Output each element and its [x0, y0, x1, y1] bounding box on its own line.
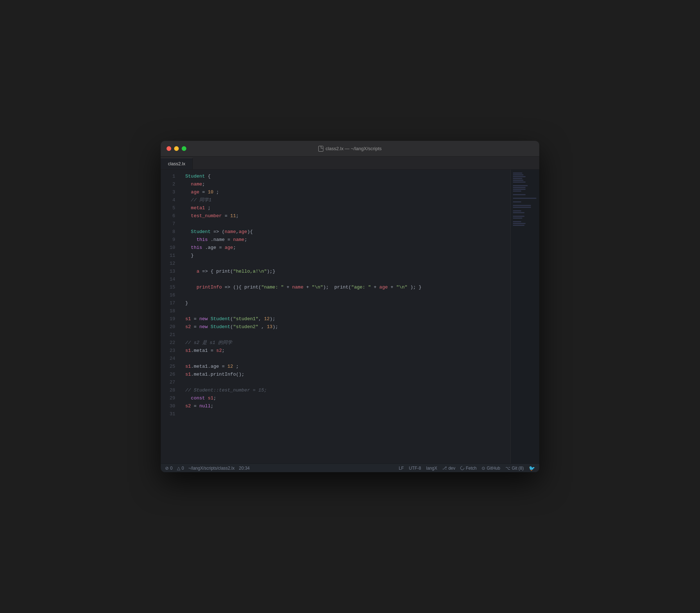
token: .meta1.age =	[191, 364, 227, 369]
line-number: 24	[161, 355, 180, 363]
minimap-line	[513, 187, 526, 188]
minimap-line	[513, 174, 523, 175]
line-ending-text: LF	[399, 466, 404, 471]
line-number: 17	[161, 299, 180, 307]
token: Student	[185, 174, 205, 179]
token	[185, 182, 191, 187]
code-area[interactable]: Student { name; age = 10 ; // 同学1 meta1 …	[180, 170, 510, 464]
minimap-line	[513, 182, 526, 183]
token	[185, 229, 191, 234]
minimap-line	[513, 173, 522, 174]
tab-class2[interactable]: class2.lx	[161, 158, 193, 169]
minimap-line	[513, 212, 524, 213]
close-button[interactable]	[167, 146, 171, 151]
timestamp: 20:34	[239, 466, 250, 471]
token	[185, 285, 196, 290]
token: name	[191, 182, 202, 187]
minimap-line	[513, 218, 522, 219]
line-number: 27	[161, 379, 180, 386]
token: ;	[222, 348, 225, 353]
code-line: s1.meta1.printInfo();	[180, 371, 510, 379]
line-number: 8	[161, 228, 180, 236]
token: a	[196, 269, 199, 274]
minimize-button[interactable]	[174, 146, 179, 151]
editor-container: 1234567891011121314151617181920212223242…	[161, 170, 539, 464]
minimap-line	[513, 216, 524, 217]
github-icon: ⊙	[482, 466, 485, 471]
bird-icon-button[interactable]: 🐦	[529, 465, 535, 471]
token	[185, 395, 191, 401]
token: 13	[267, 324, 273, 330]
line-number: 23	[161, 347, 180, 355]
token: "\n"	[312, 285, 323, 290]
code-line: this .name = name;	[180, 236, 510, 244]
token: {	[205, 174, 211, 179]
token: Student	[191, 229, 211, 234]
line-number: 31	[161, 410, 180, 418]
line-number: 7	[161, 220, 180, 228]
language-mode[interactable]: langX	[426, 466, 437, 471]
line-number: 2	[161, 180, 180, 188]
token: ); }	[407, 285, 421, 290]
line-number: 18	[161, 307, 180, 315]
token: new	[199, 324, 208, 330]
code-line	[180, 276, 510, 283]
minimap-line	[513, 176, 526, 177]
code-line	[180, 220, 510, 228]
token: 10	[208, 189, 213, 195]
line-number: 9	[161, 236, 180, 244]
token: s2	[216, 348, 222, 353]
warning-count[interactable]: △ 0	[177, 466, 184, 471]
minimap-line	[513, 180, 523, 181]
titlebar-title: class2.lx — ~/langX/scripts	[318, 146, 382, 152]
token: ;	[213, 395, 216, 401]
token: s1	[208, 395, 213, 401]
line-number: 16	[161, 291, 180, 299]
line-number: 3	[161, 188, 180, 196]
github-button[interactable]: ⊙ GitHub	[482, 466, 500, 471]
error-count[interactable]: ⊘ 0	[165, 466, 173, 471]
code-line: const s1;	[180, 394, 510, 402]
line-number: 1	[161, 173, 180, 180]
line-ending[interactable]: LF	[399, 466, 404, 471]
token: =	[199, 189, 208, 195]
code-line: }	[180, 252, 510, 260]
token: age	[191, 189, 199, 195]
token: .name =	[208, 237, 233, 242]
maximize-button[interactable]	[182, 146, 186, 151]
path-text: ~/langX/scripts/class2.lx	[188, 466, 234, 471]
fetch-label: Fetch	[466, 466, 477, 471]
warning-number: 0	[182, 466, 184, 471]
token: s2	[185, 324, 191, 330]
token: s1	[185, 348, 191, 353]
line-number: 20	[161, 323, 180, 331]
git-icon: ⌥	[505, 466, 510, 471]
line-number: 13	[161, 268, 180, 276]
token	[185, 213, 191, 219]
git-status[interactable]: ⌥ Git (8)	[505, 466, 524, 471]
minimap-line	[513, 207, 531, 208]
line-number: 22	[161, 339, 180, 347]
minimap	[510, 170, 539, 464]
minimap-line	[513, 189, 526, 190]
token	[185, 205, 191, 211]
code-line: age = 10 ;	[180, 188, 510, 196]
minimap-line	[513, 225, 524, 226]
tab-label: class2.lx	[168, 161, 185, 166]
token: s1	[185, 372, 191, 377]
code-line: s1 = new Student("studen1", 12);	[180, 315, 510, 323]
token: );	[270, 316, 275, 322]
token: Student	[211, 316, 230, 322]
branch-icon: ⎇	[442, 466, 447, 470]
token: s1	[185, 316, 191, 322]
time-text: 20:34	[239, 466, 250, 471]
minimap-line	[513, 221, 521, 222]
token: +	[304, 285, 312, 290]
encoding[interactable]: UTF-8	[409, 466, 421, 471]
token: ;	[233, 245, 236, 250]
git-branch[interactable]: ⎇ dev	[442, 466, 455, 471]
token: +	[371, 285, 379, 290]
fetch-button[interactable]: Fetch	[460, 466, 477, 471]
line-number: 11	[161, 252, 180, 260]
token: .age =	[202, 245, 225, 250]
